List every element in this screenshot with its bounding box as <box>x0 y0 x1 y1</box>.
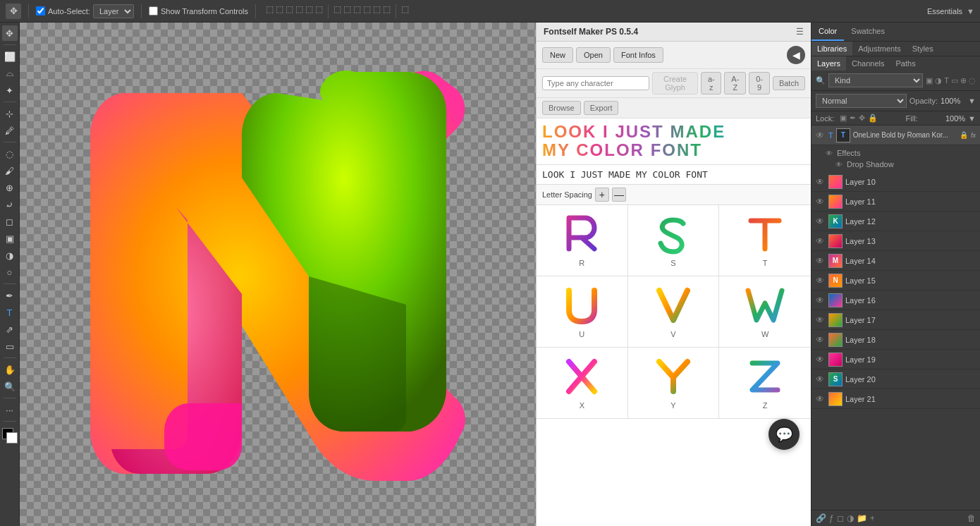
09-btn[interactable]: 0-9 <box>749 72 770 94</box>
layer-item-12[interactable]: 👁 K Layer 12 <box>811 212 980 231</box>
tab-styles[interactable]: Styles <box>907 42 939 56</box>
gradient-tool-btn[interactable]: ▣ <box>2 231 18 246</box>
align-vcenter-icon[interactable]: ⬚ <box>276 4 283 18</box>
lock-move-icon[interactable]: ✥ <box>859 114 865 123</box>
glyph-cell-w[interactable]: W <box>719 276 811 347</box>
show-transform-checkbox[interactable]: Show Transform Controls <box>149 6 248 16</box>
tab-swatches[interactable]: Swatches <box>844 23 892 41</box>
new-layer-icon[interactable]: + <box>870 513 875 523</box>
auto-select-checkbox[interactable]: Auto-Select: Layer <box>36 4 134 18</box>
distribute-hcenter-icon[interactable]: ⬚ <box>373 4 381 18</box>
distribute-top-icon[interactable]: ⬚ <box>333 4 341 18</box>
filter-active-icon[interactable]: ◌ <box>969 76 976 85</box>
tab-paths[interactable]: Paths <box>890 56 921 71</box>
eyedropper-tool-btn[interactable]: 🖉 <box>2 123 18 138</box>
export-btn[interactable]: Export <box>584 101 619 115</box>
shape-tool-btn[interactable]: ▭ <box>2 338 18 354</box>
distribute-right-icon[interactable]: ⬚ <box>383 4 391 18</box>
smart-filter-icon[interactable]: ⊕ <box>960 76 967 85</box>
align-bottom-icon[interactable]: ⬚ <box>286 4 293 18</box>
layer-item-18[interactable]: 👁 Layer 18 <box>811 330 980 350</box>
pen-tool-btn[interactable]: ✒ <box>2 288 18 303</box>
distribute-bottom-icon[interactable]: ⬚ <box>353 4 361 18</box>
layer-item-10[interactable]: 👁 Layer 10 <box>811 172 980 192</box>
crop-tool-btn[interactable]: ⊹ <box>2 106 18 121</box>
lasso-tool-btn[interactable]: ⌓ <box>2 66 18 81</box>
tab-color[interactable]: Color <box>811 23 844 41</box>
clone-stamp-btn[interactable]: ⊕ <box>2 180 18 195</box>
layer-item-21[interactable]: 👁 Layer 21 <box>811 389 980 409</box>
layer-item-17[interactable]: 👁 Layer 17 <box>811 310 980 330</box>
zoom-tool-btn[interactable]: 🔍 <box>2 379 18 394</box>
layer-vis-16[interactable]: 👁 <box>816 295 826 305</box>
marquee-tool-btn[interactable]: ⬜ <box>2 49 18 64</box>
more-tools-btn[interactable]: ··· <box>2 402 18 417</box>
open-button[interactable]: Open <box>576 47 611 63</box>
more-icon[interactable]: ⬚ <box>401 4 409 18</box>
layer-vis-11[interactable]: 👁 <box>816 197 826 207</box>
font-infos-button[interactable]: Font Infos <box>613 47 663 63</box>
add-group-icon[interactable]: 📁 <box>857 513 867 523</box>
lock-pixels-icon[interactable]: ▣ <box>840 114 847 123</box>
color-swatches[interactable] <box>2 428 18 444</box>
layer-vis-21[interactable]: 👁 <box>816 394 826 404</box>
layer-vis-17[interactable]: 👁 <box>816 315 826 325</box>
link-layers-icon[interactable]: 🔗 <box>816 513 826 523</box>
align-hcenter-icon[interactable]: ⬚ <box>305 4 313 18</box>
char-input[interactable] <box>542 76 649 90</box>
create-glyph-btn[interactable]: Create Glyph <box>652 72 698 94</box>
layer-item-16[interactable]: 👁 Layer 16 <box>811 290 980 310</box>
workspace-dropdown-icon[interactable]: ▼ <box>967 7 974 16</box>
blend-mode-dropdown[interactable]: Normal <box>816 94 907 108</box>
layer-vis-15[interactable]: 👁 <box>816 276 826 286</box>
az-btn[interactable]: a-z <box>701 72 721 94</box>
layer-item-oneline[interactable]: 👁 T T OneLine Bold by Roman Kor... 🔒 fx <box>811 126 980 145</box>
layer-vis-18[interactable]: 👁 <box>816 335 826 345</box>
glyph-cell-z[interactable]: Z <box>719 348 811 418</box>
glyph-cell-y[interactable]: Y <box>628 348 720 418</box>
layer-item-20[interactable]: 👁 S Layer 20 <box>811 369 980 389</box>
lock-position-icon[interactable]: ✒ <box>850 114 856 123</box>
blur-tool-btn[interactable]: ◑ <box>2 247 18 263</box>
glyph-cell-t[interactable]: T <box>719 205 811 276</box>
pixel-filter-icon[interactable]: ▣ <box>926 76 933 85</box>
tab-layers[interactable]: Layers <box>811 56 846 71</box>
layer-vis-10[interactable]: 👁 <box>816 177 826 187</box>
adjustment-filter-icon[interactable]: ◑ <box>935 76 942 85</box>
glyph-cell-x[interactable]: X <box>537 348 628 418</box>
move-tool-btn[interactable]: ✥ <box>2 25 18 41</box>
browse-btn[interactable]: Browse <box>542 101 581 115</box>
layer-dropdown[interactable]: Layer <box>93 4 134 18</box>
type-filter-icon[interactable]: T <box>944 76 949 85</box>
history-brush-btn[interactable]: ⤾ <box>2 197 18 212</box>
workspace-label[interactable]: Essentials <box>927 7 962 16</box>
tab-adjustments[interactable]: Adjustments <box>852 42 907 56</box>
fill-dropdown-icon[interactable]: ▼ <box>968 114 976 123</box>
path-select-btn[interactable]: ⇗ <box>2 322 18 337</box>
background-color[interactable] <box>6 432 18 444</box>
layer-vis-14[interactable]: 👁 <box>816 256 826 266</box>
dodge-tool-btn[interactable]: ○ <box>2 264 18 280</box>
distribute-vcenter-icon[interactable]: ⬚ <box>343 4 351 18</box>
layer-item-14[interactable]: 👁 M Layer 14 <box>811 251 980 271</box>
tab-libraries[interactable]: Libraries <box>811 42 852 56</box>
kind-dropdown[interactable]: Kind <box>828 73 923 87</box>
ls-minus-btn[interactable]: — <box>612 188 626 202</box>
layer-vis-20[interactable]: 👁 <box>816 374 826 384</box>
glyph-cell-r[interactable]: R <box>537 205 628 276</box>
layer-vis-oneline[interactable]: 👁 <box>816 130 826 140</box>
layer-item-11[interactable]: 👁 Layer 11 <box>811 192 980 212</box>
move-tool[interactable]: ✥ <box>6 4 21 19</box>
batch-btn[interactable]: Batch <box>773 76 805 90</box>
delete-layer-icon[interactable]: 🗑 <box>967 513 976 523</box>
tab-channels[interactable]: Channels <box>846 56 890 71</box>
add-style-icon[interactable]: ƒ <box>829 513 834 523</box>
magic-wand-tool-btn[interactable]: ✦ <box>2 82 18 98</box>
spot-heal-btn[interactable]: ◌ <box>2 146 18 161</box>
lock-all-icon[interactable]: 🔒 <box>868 114 878 123</box>
layer-item-15[interactable]: 👁 N Layer 15 <box>811 271 980 290</box>
layer-item-13[interactable]: 👁 Layer 13 <box>811 231 980 251</box>
preview-text-input[interactable] <box>542 169 805 180</box>
chat-button[interactable]: 💬 <box>768 419 800 450</box>
brush-tool-btn[interactable]: 🖌 <box>2 163 18 178</box>
